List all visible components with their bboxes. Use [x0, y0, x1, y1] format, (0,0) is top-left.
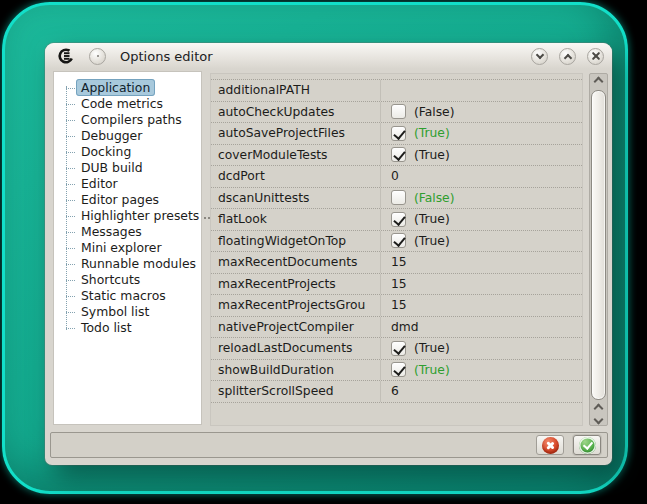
close-button[interactable] [587, 48, 604, 65]
property-value-cell[interactable]: 15 [381, 274, 582, 295]
unshade-button[interactable] [559, 48, 576, 65]
cancel-icon [542, 437, 559, 454]
property-name: autoSaveProjectFiles [211, 123, 381, 144]
sidebar-item-static-macros[interactable]: Static macros [54, 288, 201, 304]
sidebar-item-label: Messages [76, 223, 147, 240]
window-menu-button[interactable] [89, 48, 106, 65]
sidebar-item-todo-list[interactable]: Todo list [54, 320, 201, 336]
property-name: maxRecentProjects [211, 274, 381, 295]
property-value: 0 [391, 169, 399, 183]
checkbox[interactable] [391, 212, 406, 227]
property-rows: additionalPATH autoCheckUpdates (False) … [211, 79, 582, 403]
sidebar-item-label: Mini explorer [76, 239, 167, 256]
property-value-cell[interactable]: (False) [381, 102, 582, 123]
sidebar-item-mini-explorer[interactable]: Mini explorer [54, 240, 201, 256]
checkbox[interactable] [391, 233, 406, 248]
sidebar-item-label: Highlighter presets [76, 207, 202, 224]
category-tree-panel: Application Code metrics Compilers paths… [53, 71, 202, 425]
property-name: maxRecentProjectsGrou [211, 295, 381, 316]
property-value: dmd [391, 320, 419, 334]
sidebar-item-editor[interactable]: Editor [54, 176, 201, 192]
checkbox[interactable] [391, 104, 406, 119]
property-value: (True) [414, 212, 450, 226]
cancel-button[interactable] [536, 435, 564, 455]
sidebar-item-dub-build[interactable]: DUB build [54, 160, 201, 176]
options-editor-window: Options editor Application Code metrics … [45, 43, 612, 465]
property-value-cell[interactable]: 15 [381, 252, 582, 273]
property-row: showBuildDuration (True) [211, 360, 582, 382]
sidebar-item-messages[interactable]: Messages [54, 224, 201, 240]
property-row: floatingWidgetOnTop (True) [211, 231, 582, 253]
checkbox[interactable] [391, 147, 406, 162]
sidebar-item-label: Symbol list [76, 303, 154, 320]
property-value: (True) [414, 341, 450, 355]
sidebar-item-shortcuts[interactable]: Shortcuts [54, 272, 201, 288]
scrollbar-thumb[interactable] [591, 90, 606, 400]
sidebar-item-runnable-modules[interactable]: Runnable modules [54, 256, 201, 272]
vertical-scrollbar[interactable] [589, 73, 608, 426]
property-value: 15 [391, 255, 407, 269]
sidebar-item-code-metrics[interactable]: Code metrics [54, 96, 201, 112]
property-name: flatLook [211, 209, 381, 230]
property-value-cell[interactable]: (True) [381, 360, 582, 381]
titlebar[interactable]: Options editor [45, 43, 612, 69]
checkbox[interactable] [391, 341, 406, 356]
property-row: splitterScrollSpeed 6 [211, 381, 582, 403]
property-value-cell[interactable]: dmd [381, 317, 582, 338]
property-value: 15 [391, 298, 407, 312]
property-value-cell[interactable]: (True) [381, 338, 582, 359]
sidebar-item-editor-pages[interactable]: Editor pages [54, 192, 201, 208]
sidebar-item-symbol-list[interactable]: Symbol list [54, 304, 201, 320]
property-name: coverModuleTests [211, 145, 381, 166]
sidebar-item-label: DUB build [76, 159, 148, 176]
property-row: flatLook (True) [211, 209, 582, 231]
property-value: (False) [414, 105, 454, 119]
property-row: maxRecentProjects 15 [211, 274, 582, 296]
sidebar-item-docking[interactable]: Docking [54, 144, 201, 160]
sidebar-item-label: Todo list [76, 319, 137, 336]
sidebar-item-compilers-paths[interactable]: Compilers paths [54, 112, 201, 128]
property-value-cell[interactable]: (True) [381, 209, 582, 230]
property-row: autoSaveProjectFiles (True) [211, 123, 582, 145]
property-value-cell[interactable]: 15 [381, 295, 582, 316]
scroll-up-button[interactable] [590, 78, 607, 85]
sidebar-item-application[interactable]: Application [54, 80, 201, 96]
property-name: floatingWidgetOnTop [211, 231, 381, 252]
checkbox[interactable] [391, 126, 406, 141]
sidebar-item-highlighter-presets[interactable]: Highlighter presets [54, 208, 201, 224]
property-value: (True) [414, 126, 450, 140]
property-value-cell[interactable]: (False) [381, 188, 582, 209]
splitter-handle[interactable] [204, 217, 206, 219]
property-name: splitterScrollSpeed [211, 381, 381, 402]
property-value-cell[interactable] [381, 80, 582, 101]
property-row: coverModuleTests (True) [211, 145, 582, 167]
property-value-cell[interactable]: (True) [381, 145, 582, 166]
statusbar [50, 432, 608, 458]
shade-button[interactable] [531, 48, 548, 65]
checkbox[interactable] [391, 362, 406, 377]
property-value-cell[interactable]: (True) [381, 123, 582, 144]
property-value-cell[interactable]: (True) [381, 231, 582, 252]
property-name: dscanUnittests [211, 188, 381, 209]
property-value: 15 [391, 277, 407, 291]
property-value-cell[interactable]: 0 [381, 166, 582, 187]
property-value-cell[interactable]: 6 [381, 381, 582, 402]
scroll-up-button-bottom[interactable] [590, 405, 607, 412]
sidebar-item-label: Editor pages [76, 191, 164, 208]
sidebar-item-label: Docking [76, 143, 136, 160]
property-grid: additionalPATH autoCheckUpdates (False) … [210, 73, 583, 426]
ok-icon [579, 437, 596, 454]
sidebar-item-debugger[interactable]: Debugger [54, 128, 201, 144]
property-row: autoCheckUpdates (False) [211, 102, 582, 124]
scroll-down-button[interactable] [590, 416, 607, 423]
property-row: additionalPATH [211, 80, 582, 102]
sidebar-item-label: Code metrics [76, 95, 168, 112]
sidebar-item-label: Shortcuts [76, 271, 145, 288]
property-value: 6 [391, 384, 399, 398]
window-controls [531, 48, 604, 65]
property-row: nativeProjectCompiler dmd [211, 317, 582, 339]
close-icon [591, 51, 601, 61]
category-tree: Application Code metrics Compilers paths… [54, 72, 201, 336]
accept-button[interactable] [573, 435, 601, 455]
checkbox[interactable] [391, 190, 406, 205]
